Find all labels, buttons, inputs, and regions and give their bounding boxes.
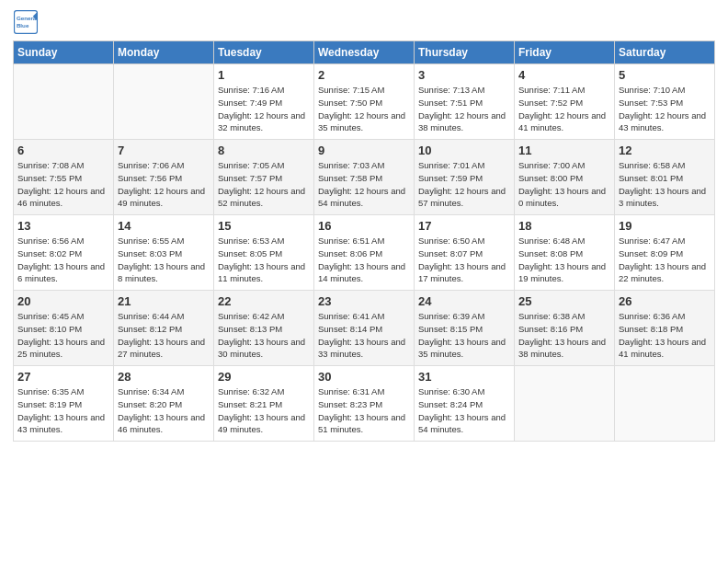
weekday-header-wednesday: Wednesday [314, 41, 415, 64]
day-number: 7 [118, 144, 210, 157]
calendar-cell: 30Sunrise: 6:31 AM Sunset: 8:23 PM Dayli… [314, 366, 415, 442]
day-details: Sunrise: 6:32 AM Sunset: 8:21 PM Dayligh… [218, 385, 310, 436]
day-details: Sunrise: 6:31 AM Sunset: 8:23 PM Dayligh… [318, 385, 410, 436]
calendar-cell: 14Sunrise: 6:55 AM Sunset: 8:03 PM Dayli… [114, 215, 214, 291]
day-details: Sunrise: 6:45 AM Sunset: 8:10 PM Dayligh… [17, 310, 109, 361]
calendar-cell: 7Sunrise: 7:06 AM Sunset: 7:56 PM Daylig… [114, 140, 214, 215]
day-number: 30 [318, 370, 410, 384]
calendar-cell: 29Sunrise: 6:32 AM Sunset: 8:21 PM Dayli… [214, 366, 314, 442]
svg-text:Blue: Blue [17, 22, 29, 29]
logo-icon: General Blue [13, 9, 39, 35]
calendar-cell: 1Sunrise: 7:16 AM Sunset: 7:49 PM Daylig… [214, 64, 314, 140]
day-number: 25 [518, 294, 610, 308]
weekday-header-thursday: Thursday [415, 41, 515, 64]
day-details: Sunrise: 6:56 AM Sunset: 8:02 PM Dayligh… [17, 235, 109, 285]
day-number: 5 [619, 68, 711, 82]
calendar-cell: 4Sunrise: 7:11 AM Sunset: 7:52 PM Daylig… [515, 64, 615, 140]
calendar-cell: 17Sunrise: 6:50 AM Sunset: 8:07 PM Dayli… [415, 215, 515, 291]
day-number: 11 [518, 144, 610, 157]
week-row-3: 13Sunrise: 6:56 AM Sunset: 8:02 PM Dayli… [14, 215, 715, 291]
day-details: Sunrise: 7:13 AM Sunset: 7:51 PM Dayligh… [418, 84, 510, 134]
day-details: Sunrise: 7:15 AM Sunset: 7:50 PM Dayligh… [318, 84, 410, 134]
calendar-cell: 18Sunrise: 6:48 AM Sunset: 8:08 PM Dayli… [515, 215, 615, 291]
day-number: 12 [619, 144, 711, 157]
day-details: Sunrise: 6:51 AM Sunset: 8:06 PM Dayligh… [318, 235, 410, 285]
day-details: Sunrise: 7:08 AM Sunset: 7:55 PM Dayligh… [17, 159, 109, 210]
day-number: 24 [418, 294, 510, 308]
day-details: Sunrise: 7:11 AM Sunset: 7:52 PM Dayligh… [518, 84, 610, 134]
calendar-cell: 13Sunrise: 6:56 AM Sunset: 8:02 PM Dayli… [14, 215, 114, 291]
calendar-cell: 26Sunrise: 6:36 AM Sunset: 8:18 PM Dayli… [615, 291, 715, 366]
day-number: 1 [218, 68, 310, 82]
day-details: Sunrise: 7:10 AM Sunset: 7:53 PM Dayligh… [619, 84, 711, 134]
day-number: 17 [418, 219, 510, 233]
day-number: 23 [318, 294, 410, 308]
day-number: 6 [17, 144, 109, 157]
calendar-cell: 10Sunrise: 7:01 AM Sunset: 7:59 PM Dayli… [415, 140, 515, 215]
day-number: 10 [418, 144, 510, 157]
weekday-header-friday: Friday [515, 41, 615, 64]
calendar-cell: 2Sunrise: 7:15 AM Sunset: 7:50 PM Daylig… [314, 64, 415, 140]
calendar-cell: 24Sunrise: 6:39 AM Sunset: 8:15 PM Dayli… [415, 291, 515, 366]
day-number: 28 [118, 370, 210, 384]
day-number: 2 [318, 68, 410, 82]
day-number: 13 [17, 219, 109, 233]
calendar-cell: 16Sunrise: 6:51 AM Sunset: 8:06 PM Dayli… [314, 215, 415, 291]
day-details: Sunrise: 6:55 AM Sunset: 8:03 PM Dayligh… [118, 235, 210, 285]
weekday-header-sunday: Sunday [14, 41, 114, 64]
day-details: Sunrise: 6:44 AM Sunset: 8:12 PM Dayligh… [118, 310, 210, 361]
calendar-cell: 25Sunrise: 6:38 AM Sunset: 8:16 PM Dayli… [515, 291, 615, 366]
calendar-cell: 11Sunrise: 7:00 AM Sunset: 8:00 PM Dayli… [515, 140, 615, 215]
day-number: 9 [318, 144, 410, 157]
calendar-cell: 15Sunrise: 6:53 AM Sunset: 8:05 PM Dayli… [214, 215, 314, 291]
day-details: Sunrise: 6:47 AM Sunset: 8:09 PM Dayligh… [619, 235, 711, 285]
week-row-2: 6Sunrise: 7:08 AM Sunset: 7:55 PM Daylig… [14, 140, 715, 215]
day-details: Sunrise: 7:06 AM Sunset: 7:56 PM Dayligh… [118, 159, 210, 210]
day-details: Sunrise: 6:41 AM Sunset: 8:14 PM Dayligh… [318, 310, 410, 361]
day-number: 20 [17, 294, 109, 308]
calendar-cell [615, 366, 715, 442]
calendar-cell: 23Sunrise: 6:41 AM Sunset: 8:14 PM Dayli… [314, 291, 415, 366]
day-details: Sunrise: 7:01 AM Sunset: 7:59 PM Dayligh… [418, 159, 510, 210]
calendar-table: SundayMondayTuesdayWednesdayThursdayFrid… [13, 40, 715, 442]
week-row-5: 27Sunrise: 6:35 AM Sunset: 8:19 PM Dayli… [14, 366, 715, 442]
day-number: 19 [619, 219, 711, 233]
calendar-cell [14, 64, 114, 140]
day-number: 29 [218, 370, 310, 384]
day-number: 4 [518, 68, 610, 82]
day-number: 3 [418, 68, 510, 82]
day-number: 14 [118, 219, 210, 233]
week-row-4: 20Sunrise: 6:45 AM Sunset: 8:10 PM Dayli… [14, 291, 715, 366]
day-details: Sunrise: 6:48 AM Sunset: 8:08 PM Dayligh… [518, 235, 610, 285]
calendar-cell: 21Sunrise: 6:44 AM Sunset: 8:12 PM Dayli… [114, 291, 214, 366]
weekday-header-saturday: Saturday [615, 41, 715, 64]
day-number: 22 [218, 294, 310, 308]
page-container: General Blue SundayMondayTuesdayWednesda… [0, 0, 728, 454]
calendar-cell: 22Sunrise: 6:42 AM Sunset: 8:13 PM Dayli… [214, 291, 314, 366]
day-number: 18 [518, 219, 610, 233]
calendar-cell: 6Sunrise: 7:08 AM Sunset: 7:55 PM Daylig… [14, 140, 114, 215]
calendar-cell: 5Sunrise: 7:10 AM Sunset: 7:53 PM Daylig… [615, 64, 715, 140]
day-details: Sunrise: 6:58 AM Sunset: 8:01 PM Dayligh… [619, 159, 711, 210]
day-details: Sunrise: 6:50 AM Sunset: 8:07 PM Dayligh… [418, 235, 510, 285]
day-details: Sunrise: 7:00 AM Sunset: 8:00 PM Dayligh… [518, 159, 610, 210]
calendar-cell: 12Sunrise: 6:58 AM Sunset: 8:01 PM Dayli… [615, 140, 715, 215]
day-details: Sunrise: 6:38 AM Sunset: 8:16 PM Dayligh… [518, 310, 610, 361]
day-details: Sunrise: 6:36 AM Sunset: 8:18 PM Dayligh… [619, 310, 711, 361]
day-number: 21 [118, 294, 210, 308]
calendar-cell: 9Sunrise: 7:03 AM Sunset: 7:58 PM Daylig… [314, 140, 415, 215]
logo: General Blue [13, 9, 39, 35]
calendar-cell: 19Sunrise: 6:47 AM Sunset: 8:09 PM Dayli… [615, 215, 715, 291]
page-header: General Blue [13, 9, 715, 35]
calendar-cell: 31Sunrise: 6:30 AM Sunset: 8:24 PM Dayli… [415, 366, 515, 442]
day-number: 26 [619, 294, 711, 308]
weekday-header-row: SundayMondayTuesdayWednesdayThursdayFrid… [14, 41, 715, 64]
day-details: Sunrise: 6:35 AM Sunset: 8:19 PM Dayligh… [17, 385, 109, 436]
day-number: 8 [218, 144, 310, 157]
day-details: Sunrise: 6:53 AM Sunset: 8:05 PM Dayligh… [218, 235, 310, 285]
calendar-cell: 8Sunrise: 7:05 AM Sunset: 7:57 PM Daylig… [214, 140, 314, 215]
weekday-header-tuesday: Tuesday [214, 41, 314, 64]
calendar-cell: 20Sunrise: 6:45 AM Sunset: 8:10 PM Dayli… [14, 291, 114, 366]
day-number: 31 [418, 370, 510, 384]
day-details: Sunrise: 7:16 AM Sunset: 7:49 PM Dayligh… [218, 84, 310, 134]
